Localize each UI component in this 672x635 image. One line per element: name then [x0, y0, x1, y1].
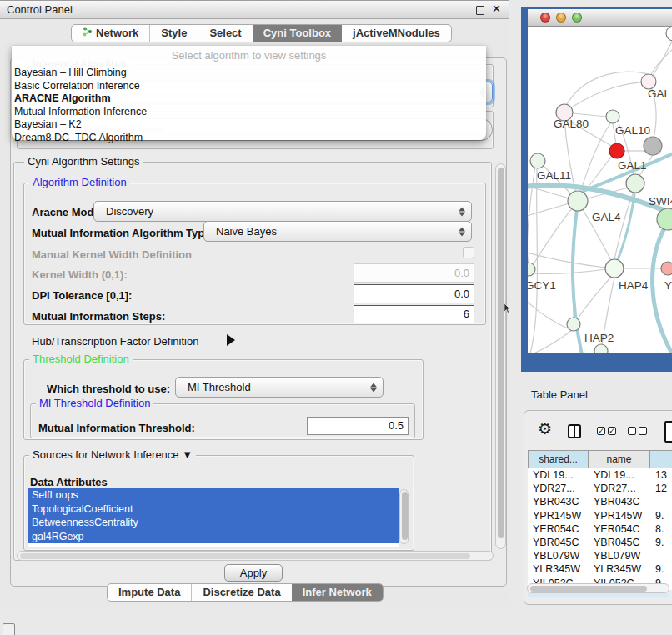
network-node[interactable] [606, 110, 619, 123]
table-cell: YDR27... [528, 482, 589, 495]
table-row[interactable]: YBL079WYBL079W [528, 549, 672, 562]
network-node[interactable] [661, 262, 672, 275]
settings-vertical-scrollbar[interactable] [495, 163, 506, 549]
tab-impute-data[interactable]: Impute Data [108, 584, 191, 601]
table-row[interactable]: YDL19...YDL19...13 [528, 468, 672, 482]
control-panel-window: Control Panel ✕ NetworkStyleSelectCyni T… [0, 0, 509, 608]
data-attribute-item[interactable]: BetweennessCentrality [28, 516, 399, 530]
network-canvas[interactable]: GALGAL80GAL10GAL1GAL11SWI4GAL4GCY1HAP4YH… [528, 27, 672, 353]
mouse-cursor [504, 303, 512, 313]
table-row[interactable]: YER054CYER054C8. [528, 522, 672, 536]
table-cell: YLR345W [528, 562, 589, 576]
data-attribute-item[interactable]: SelfLoops [28, 488, 399, 502]
tab-label: Discretize Data [203, 584, 280, 601]
manual-kernel-checkbox[interactable] [463, 247, 474, 258]
network-edge [532, 201, 578, 267]
network-window-titlebar[interactable] [528, 9, 672, 27]
algorithm-option[interactable]: Dream8 DC_TDC Algorithm [12, 132, 486, 145]
list-scrollbar[interactable] [399, 489, 409, 544]
mi-threshold-label: Mutual Information Threshold: [38, 422, 195, 434]
docked-panel-icon[interactable] [3, 623, 15, 635]
mi-type-combo[interactable]: Naive Bayes [203, 221, 472, 242]
aracne-mode-combo[interactable]: Discovery [93, 201, 472, 222]
dpi-tolerance-field[interactable]: 0.0 [354, 284, 474, 303]
table-row[interactable]: YBR045CYBR045C9. [528, 536, 672, 549]
select-all-checks-icon[interactable]: ✓✓ [597, 427, 616, 442]
tab-cyni-toolbox[interactable]: Cyni Toolbox [253, 25, 342, 42]
control-panel-header[interactable]: Control Panel ✕ [0, 1, 509, 19]
minimize-traffic-light[interactable] [556, 12, 566, 22]
mi-threshold-title: MI Threshold Definition [36, 397, 153, 409]
data-attribute-item[interactable]: gal4RGexp [28, 530, 399, 544]
tab-style[interactable]: Style [149, 25, 198, 42]
close-traffic-light[interactable] [540, 12, 550, 22]
partial-panel-icon[interactable] [664, 421, 672, 442]
tab-discretize-data[interactable]: Discretize Data [191, 584, 291, 601]
apply-button[interactable]: Apply [224, 564, 283, 582]
settings-horizontal-scrollbar[interactable] [17, 551, 494, 561]
table-cell: YLR345W [589, 562, 650, 576]
table-cell: YER054C [528, 522, 589, 536]
algorithm-option[interactable]: Basic Correlation Inference [12, 80, 486, 93]
network-node[interactable] [657, 208, 672, 230]
table-settings-gear-icon[interactable]: ⚙ [538, 421, 552, 437]
algorithm-option[interactable]: ARACNE Algorithm [12, 92, 486, 106]
table-row[interactable]: YPR145WYPR145W9. [528, 509, 672, 522]
mi-threshold-field[interactable]: 0.5 [307, 417, 409, 435]
kernel-width-label: Kernel Width (0,1): [32, 268, 128, 281]
network-node[interactable] [594, 344, 608, 353]
tab-infer-network[interactable]: Infer Network [292, 584, 383, 601]
tab-label: Infer Network [303, 584, 372, 601]
column-header-extra[interactable] [650, 450, 672, 468]
mi-type-label: Mutual Information Algorithm Type: [32, 227, 214, 239]
network-node[interactable] [626, 174, 644, 192]
tab-select[interactable]: Select [198, 25, 252, 42]
network-node[interactable] [568, 191, 588, 211]
network-node-label: Y [664, 279, 672, 292]
data-attribute-item[interactable]: TopologicalCoefficient [28, 502, 399, 517]
stepper-arrows-icon [459, 207, 465, 216]
tab-label: Network [96, 25, 138, 42]
network-node-label: GCY1 [528, 279, 556, 292]
table-cell: YPR145W [528, 509, 589, 522]
data-attributes-list[interactable]: SelfLoopsTopologicalCoefficientBetweenne… [28, 488, 399, 548]
network-node-label: GAL4 [592, 211, 621, 223]
column-header-name[interactable]: name [589, 450, 650, 468]
table-cell: YBR045C [589, 536, 650, 549]
algorithm-option[interactable]: Bayesian – K2 [12, 118, 486, 132]
table-cell [650, 495, 672, 508]
stepper-arrows-icon [370, 382, 377, 392]
network-node-label: GAL [648, 88, 671, 100]
table-horizontal-scrollbar[interactable] [527, 583, 669, 593]
table-row[interactable]: YBR043CYBR043C [528, 495, 672, 508]
network-node[interactable] [605, 259, 624, 278]
network-node[interactable] [644, 137, 662, 155]
table-row[interactable]: YLR345WYLR345W9. [528, 562, 672, 576]
network-node[interactable] [666, 27, 672, 41]
close-icon[interactable]: ✕ [492, 2, 501, 15]
expand-arrow-icon[interactable] [227, 334, 235, 346]
dropdown-prompt: Select algorithm to view settings [12, 46, 486, 62]
kernel-width-field[interactable]: 0.0 [354, 263, 474, 282]
table-row[interactable]: YDR27...YDR27...12 [528, 482, 672, 495]
mi-steps-field[interactable]: 6 [354, 305, 474, 323]
network-node[interactable] [530, 153, 545, 168]
float-window-icon[interactable] [476, 6, 484, 15]
collapse-arrow-icon[interactable]: ▼ [182, 448, 193, 461]
zoom-traffic-light[interactable] [572, 12, 582, 22]
network-edge [579, 277, 611, 318]
split-columns-icon[interactable] [568, 424, 581, 438]
which-threshold-combo[interactable]: MI Threshold [175, 377, 384, 398]
which-threshold-label: Which threshold to use: [32, 382, 170, 395]
algorithm-option[interactable]: Mutual Information Inference [12, 106, 486, 119]
algorithm-option[interactable]: Bayesian – Hill Climbing [12, 67, 486, 80]
network-node[interactable] [609, 143, 624, 158]
column-header-shared-[interactable]: shared... [528, 450, 589, 468]
table-cell: 9. [650, 509, 672, 522]
network-node[interactable] [567, 318, 580, 331]
algorithm-list: Bayesian – Hill ClimbingBasic Correlatio… [12, 67, 486, 144]
node-table: shared...name YDL19...YDL19...13YDR27...… [528, 450, 672, 590]
tab-network[interactable]: Network [72, 25, 149, 42]
deselect-all-checks-icon[interactable] [628, 427, 647, 442]
tab-jactivemnodules[interactable]: jActiveMNodules [342, 25, 451, 42]
